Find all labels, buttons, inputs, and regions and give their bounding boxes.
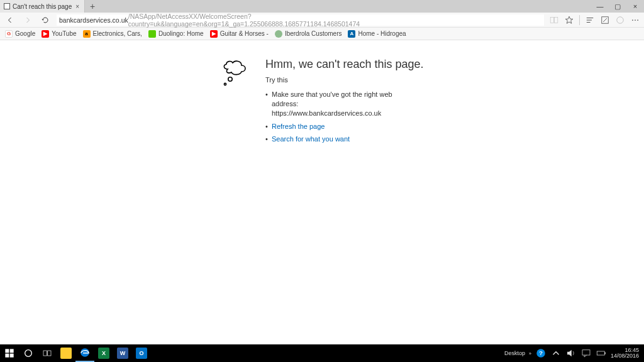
new-tab-button[interactable]: + <box>85 0 100 13</box>
tab-title: Can't reach this page <box>13 3 72 10</box>
address-bar[interactable] <box>454 14 541 26</box>
duolingo-icon <box>148 30 156 38</box>
task-view-button[interactable] <box>38 344 57 362</box>
reading-view-icon[interactable] <box>549 15 559 25</box>
thought-cloud-icon <box>219 58 254 148</box>
taskbar-file-explorer[interactable] <box>57 344 75 362</box>
youtube-icon: ▶ <box>42 30 49 38</box>
taskbar-edge[interactable] <box>75 344 94 362</box>
desktop-toolbar-label[interactable]: Desktop <box>504 350 525 356</box>
svg-rect-15 <box>48 351 51 356</box>
file-explorer-icon <box>60 348 72 359</box>
favorites-bar: G Google ▶ YouTube a Electronics, Cars, … <box>0 28 644 40</box>
svg-rect-21 <box>604 353 606 354</box>
amazon-icon: a <box>83 30 91 38</box>
taskbar-excel[interactable]: X <box>94 344 113 362</box>
svg-point-6 <box>637 19 638 21</box>
svg-text:?: ? <box>539 349 543 356</box>
error-heading: Hmm, we can't reach this page. <box>265 58 424 71</box>
svg-rect-1 <box>555 17 558 23</box>
close-window-button[interactable]: × <box>626 0 644 13</box>
svg-point-8 <box>224 83 226 85</box>
svg-point-4 <box>632 19 633 21</box>
svg-rect-19 <box>582 350 590 355</box>
favorite-youtube[interactable]: ▶ YouTube <box>42 30 76 38</box>
tab-close-button[interactable]: × <box>74 3 80 10</box>
tray-volume-icon[interactable] <box>565 348 577 359</box>
minimize-button[interactable]: — <box>591 0 609 13</box>
url-path: /NASApp/NetAccessXX/WelcomeScreen?countr… <box>128 13 454 28</box>
svg-rect-14 <box>43 351 47 356</box>
taskbar-clock[interactable]: 16:45 14/08/2016 <box>611 348 639 359</box>
taskbar-outlook[interactable]: O <box>132 344 151 362</box>
window-titlebar: Can't reach this page × + — ▢ × <box>0 0 644 13</box>
svg-rect-9 <box>5 349 9 353</box>
favorite-google[interactable]: G Google <box>5 30 35 38</box>
back-button[interactable] <box>4 14 16 26</box>
tray-help-icon[interactable]: ? <box>535 348 547 359</box>
favorite-label: Iberdrola Customers <box>285 30 342 37</box>
clock-date: 14/08/2016 <box>611 353 639 359</box>
maximize-button[interactable]: ▢ <box>609 0 626 13</box>
browser-tab[interactable]: Can't reach this page × <box>0 0 85 13</box>
iberdrola-icon <box>275 30 282 38</box>
suggestion-check-address: Make sure that you've got the right web … <box>265 90 416 118</box>
favorite-duolingo[interactable]: Duolingo: Home <box>148 30 204 38</box>
favorite-label: Duolingo: Home <box>158 30 204 37</box>
svg-rect-0 <box>550 17 553 23</box>
svg-rect-20 <box>597 351 604 355</box>
svg-rect-10 <box>10 349 14 353</box>
favorite-label: YouTube <box>52 30 76 37</box>
svg-rect-12 <box>10 354 14 358</box>
cortana-button[interactable] <box>19 344 38 362</box>
refresh-button[interactable] <box>39 14 52 26</box>
svg-point-3 <box>617 16 624 23</box>
taskbar: X W O Desktop » ? 16:45 14/08/2016 <box>0 344 644 362</box>
page-icon <box>4 3 10 9</box>
google-icon: G <box>5 30 13 38</box>
try-this-label: Try this <box>265 76 424 84</box>
favorite-label: Electronics, Cars, <box>93 30 142 37</box>
svg-point-13 <box>25 350 32 357</box>
svg-point-7 <box>228 77 232 81</box>
favorite-label: Home - Hidrogea <box>358 30 406 37</box>
taskbar-word[interactable]: W <box>113 344 132 362</box>
word-icon: W <box>117 348 128 359</box>
refresh-link[interactable]: Refresh the page <box>272 123 325 130</box>
share-icon[interactable] <box>615 15 625 25</box>
suggestion-refresh: Refresh the page <box>265 122 416 131</box>
favorite-iberdrola[interactable]: Iberdrola Customers <box>275 30 342 38</box>
favorite-star-icon[interactable] <box>564 15 574 25</box>
page-content: Hmm, we can't reach this page. Try this … <box>0 40 644 344</box>
url-host: bankcardservices.co.uk <box>59 16 128 24</box>
webnote-icon[interactable] <box>600 15 610 25</box>
forward-button[interactable] <box>21 14 34 26</box>
favorite-hidrogea[interactable]: A Home - Hidrogea <box>348 30 406 38</box>
svg-rect-11 <box>5 354 9 358</box>
favorite-label: Google <box>15 30 35 37</box>
hidrogea-icon: A <box>348 30 355 38</box>
youtube-icon: ▶ <box>210 30 218 38</box>
start-button[interactable] <box>0 344 19 362</box>
svg-point-5 <box>635 19 636 21</box>
outlook-icon: O <box>136 348 147 359</box>
suggestion-search: Search for what you want <box>265 134 416 144</box>
tray-chevron-up-icon[interactable] <box>550 348 562 359</box>
excel-icon: X <box>98 348 109 359</box>
edge-icon <box>79 347 91 358</box>
browser-toolbar: bankcardservices.co.uk /NASApp/NetAccess… <box>0 13 644 28</box>
search-link[interactable]: Search for what you want <box>272 135 350 143</box>
hub-icon[interactable] <box>585 15 595 25</box>
tray-action-center-icon[interactable] <box>580 348 592 359</box>
favorite-guitar-horses[interactable]: ▶ Guitar & Horses - <box>210 30 269 38</box>
favorite-label: Guitar & Horses - <box>220 30 269 37</box>
window-controls: — ▢ × <box>591 0 644 13</box>
more-icon[interactable] <box>630 15 640 25</box>
tray-battery-icon[interactable] <box>596 348 607 359</box>
favorite-electronics[interactable]: a Electronics, Cars, <box>83 30 142 38</box>
